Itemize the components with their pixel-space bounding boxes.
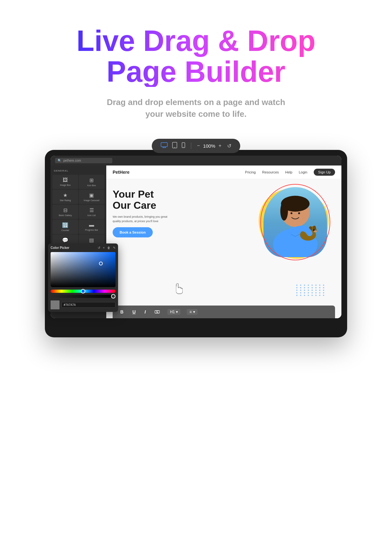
color-picker-actions: ↺ + 🗑 ✎ (98, 246, 116, 250)
iconbox-label: Icon Box (87, 184, 96, 187)
list-select-icon: ≡ (189, 310, 192, 314)
color-alpha-thumb[interactable] (111, 294, 116, 299)
color-hue-slider[interactable] (51, 290, 116, 293)
device-toolbar: − 100% + ↺ (152, 139, 240, 153)
imagebox-icon: 🖼 (63, 177, 68, 183)
color-picker-header: Color Picker ↺ + 🗑 ✎ (51, 246, 116, 250)
sidebar-item-iconlist[interactable]: ☰ Icon List (79, 205, 105, 219)
svg-point-13 (298, 212, 300, 214)
hero-subtitle: Drag and drop elements on a page and wat… (97, 96, 295, 120)
sidebar-item-starrating[interactable]: ★ Star Rating (52, 190, 78, 204)
dots-decoration (296, 285, 326, 296)
book-session-button[interactable]: Book a Session (113, 227, 153, 237)
starrating-icon: ★ (63, 192, 67, 198)
progressbar-icon: ▬ (89, 222, 94, 228)
nav-login[interactable]: Login (299, 170, 307, 174)
color-hue-thumb[interactable] (81, 289, 85, 293)
color-gradient-overlay (51, 252, 116, 287)
svg-point-12 (290, 212, 292, 214)
viewport-icons (161, 142, 185, 150)
browser-search-bar[interactable]: 🔍 pethere.com (55, 158, 112, 163)
canvas-hero-description: We own brand products, bringing you grea… (113, 215, 170, 223)
heading-select[interactable]: H1 ▾ (167, 309, 180, 315)
sidebar-item-counter[interactable]: 🔢 Counter (52, 220, 78, 234)
color-picker-reset-icon[interactable]: ↺ (98, 246, 100, 250)
page-wrapper: Live Drag & Drop Page Builder Drag and d… (0, 0, 392, 356)
heading-select-value: H1 (170, 310, 175, 314)
carousel-label: Image Carousel (84, 199, 99, 201)
hand-cursor-icon (173, 283, 183, 296)
gallery-label: Basic Gallery (59, 214, 72, 216)
color-swatch (51, 300, 60, 309)
device-container: 🔍 pethere.com GENERAL 🖼 Image Box (45, 150, 347, 337)
color-picker-panel: Color Picker ↺ + 🗑 ✎ (48, 243, 118, 312)
format-bold-button[interactable]: B (119, 309, 125, 315)
format-link-button[interactable] (153, 309, 161, 315)
tabs-icon: ▤ (89, 237, 94, 243)
person-image (263, 187, 327, 257)
color-swatch-inner (51, 300, 60, 309)
nav-signup-button[interactable]: Sign Up (314, 169, 335, 176)
sidebar-section-label: GENERAL (51, 168, 106, 173)
color-hex-input[interactable] (61, 302, 116, 308)
color-picker-delete-icon[interactable]: 🗑 (107, 246, 110, 250)
page-logo: PetHere (113, 170, 130, 175)
list-chevron-icon: ▾ (193, 310, 195, 314)
laptop-frame: 🔍 pethere.com GENERAL 🖼 Image Box (45, 150, 347, 337)
nav-link-resources[interactable]: Resources (262, 170, 279, 174)
zoom-minus-button[interactable]: − (197, 143, 200, 149)
iconbox-icon: ⊞ (89, 177, 94, 183)
sidebar-item-imagebox[interactable]: 🖼 Image Box (52, 175, 78, 189)
svg-point-19 (314, 230, 317, 232)
testimonial-icon: 💬 (62, 237, 68, 243)
color-hex-row (51, 300, 116, 309)
sidebar-item-progressbar[interactable]: ▬ Progress Bar (79, 220, 105, 234)
svg-rect-20 (176, 286, 177, 292)
sidebar-item-iconbox[interactable]: ⊞ Icon Box (79, 175, 105, 189)
zoom-level-display: 100% (203, 143, 215, 149)
svg-rect-0 (161, 143, 167, 147)
tablet-icon[interactable] (172, 142, 177, 150)
canvas-hero: Your Pet Our Care We own brand products,… (106, 179, 341, 306)
canvas-hero-title: Your Pet Our Care (113, 189, 233, 211)
starrating-label: Star Rating (60, 199, 71, 201)
svg-point-5 (174, 147, 175, 148)
sidebar-item-carousel[interactable]: ▣ Image Carousel (79, 190, 105, 204)
counter-label: Counter (61, 229, 69, 231)
toolbar-zoom: − 100% + (197, 143, 221, 149)
canvas-hero-right (233, 186, 335, 302)
sidebar-item-gallery[interactable]: ⊟ Basic Gallery (52, 205, 78, 219)
svg-point-11 (280, 201, 288, 221)
color-picker-add-icon[interactable]: + (103, 246, 105, 250)
color-gradient-selector[interactable] (99, 262, 103, 265)
hero-title: Live Drag & Drop Page Builder (76, 25, 315, 87)
gallery-icon: ⊟ (63, 207, 67, 213)
heading-chevron-icon: ▾ (176, 310, 178, 314)
color-picker-title: Color Picker (51, 246, 69, 250)
format-underline-button[interactable]: U (131, 309, 137, 315)
zoom-reset-button[interactable]: ↺ (227, 143, 231, 149)
imagebox-label: Image Box (60, 184, 71, 186)
progressbar-label: Progress Bar (85, 229, 98, 231)
person-svg (263, 187, 327, 257)
desktop-icon[interactable] (161, 142, 168, 150)
svg-point-7 (183, 147, 184, 147)
browser-nav: 🔍 pethere.com (51, 156, 341, 165)
page-nav-links: Pricing Resources Help Login Sign Up (245, 169, 335, 176)
color-gradient-picker[interactable] (51, 252, 116, 287)
text-toolbar: B U I H1 ▾ ≡ ▾ (113, 306, 335, 318)
mobile-icon[interactable] (182, 142, 185, 150)
page-navbar: PetHere Pricing Resources Help Login Sig… (106, 165, 341, 179)
color-alpha-slider[interactable] (51, 295, 116, 298)
list-select[interactable]: ≡ ▾ (187, 309, 197, 315)
iconlist-icon: ☰ (89, 207, 94, 213)
zoom-plus-button[interactable]: + (219, 143, 221, 149)
color-picker-edit-icon[interactable]: ✎ (113, 246, 116, 250)
builder-canvas: PetHere Pricing Resources Help Login Sig… (106, 165, 341, 318)
iconlist-label: Icon List (88, 214, 96, 216)
nav-link-help[interactable]: Help (285, 170, 292, 174)
format-italic-button[interactable]: I (143, 309, 147, 315)
nav-link-pricing[interactable]: Pricing (245, 170, 256, 174)
browser-search-text: pethere.com (63, 159, 81, 162)
browser-search-icon: 🔍 (58, 159, 61, 162)
